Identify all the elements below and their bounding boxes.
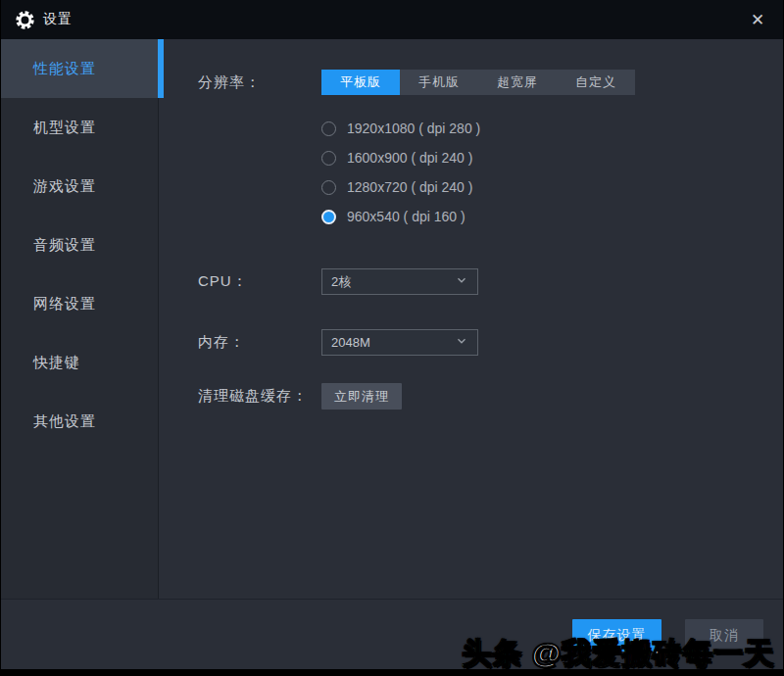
resolution-label: 分辨率： bbox=[198, 70, 261, 95]
sidebar-item-game[interactable]: 游戏设置 bbox=[1, 157, 158, 216]
sidebar-item-label: 网络设置 bbox=[33, 295, 96, 314]
sidebar-item-shortcuts[interactable]: 快捷键 bbox=[1, 333, 158, 392]
close-icon[interactable]: ✕ bbox=[744, 6, 771, 33]
sidebar-item-network[interactable]: 网络设置 bbox=[1, 274, 158, 333]
tab-custom[interactable]: 自定义 bbox=[557, 70, 635, 95]
radio-option-1920x1080[interactable]: 1920x1080 ( dpi 280 ) bbox=[321, 114, 480, 143]
radio-option-1280x720[interactable]: 1280x720 ( dpi 240 ) bbox=[321, 172, 480, 202]
radio-icon bbox=[321, 151, 336, 166]
cpu-label: CPU： bbox=[198, 268, 248, 295]
window-body: 性能设置 机型设置 游戏设置 音频设置 网络设置 快捷键 其他设置 bbox=[1, 39, 783, 599]
tab-tablet[interactable]: 平板版 bbox=[321, 70, 400, 95]
radio-option-label: 960x540 ( dpi 160 ) bbox=[347, 209, 466, 224]
clean-cache-label: 清理磁盘缓存： bbox=[198, 383, 308, 410]
radio-icon bbox=[321, 180, 336, 195]
sidebar-item-performance[interactable]: 性能设置 bbox=[1, 39, 158, 98]
sidebar-item-label: 性能设置 bbox=[33, 60, 96, 78]
chevron-down-icon bbox=[455, 273, 468, 291]
tab-phone[interactable]: 手机版 bbox=[400, 70, 478, 95]
chevron-down-icon bbox=[455, 334, 468, 352]
radio-option-label: 1920x1080 ( dpi 280 ) bbox=[347, 121, 480, 136]
watermark-text: 头条 @我爱搬砖每一天 bbox=[462, 634, 774, 674]
cpu-dropdown-value: 2核 bbox=[331, 273, 351, 291]
radio-option-label: 1280x720 ( dpi 240 ) bbox=[347, 179, 472, 195]
radio-option-1600x900[interactable]: 1600x900 ( dpi 240 ) bbox=[321, 143, 480, 172]
gear-icon bbox=[15, 10, 34, 29]
sidebar-item-label: 机型设置 bbox=[33, 119, 96, 137]
sidebar-item-device-model[interactable]: 机型设置 bbox=[1, 98, 158, 157]
memory-dropdown-value: 2048M bbox=[331, 335, 370, 350]
tab-ultrawide[interactable]: 超宽屏 bbox=[478, 70, 557, 95]
radio-option-label: 1600x900 ( dpi 240 ) bbox=[347, 150, 472, 166]
memory-dropdown[interactable]: 2048M bbox=[321, 329, 478, 356]
sidebar-item-audio[interactable]: 音频设置 bbox=[1, 216, 158, 274]
radio-option-960x540[interactable]: 960x540 ( dpi 160 ) bbox=[321, 202, 480, 231]
radio-icon bbox=[321, 121, 336, 136]
sidebar-item-label: 快捷键 bbox=[33, 354, 80, 372]
sidebar: 性能设置 机型设置 游戏设置 音频设置 网络设置 快捷键 其他设置 bbox=[1, 39, 159, 599]
sidebar-item-label: 其他设置 bbox=[33, 412, 96, 431]
sidebar-item-label: 音频设置 bbox=[33, 236, 96, 255]
resolution-tabs: 平板版 手机版 超宽屏 自定义 bbox=[321, 70, 635, 95]
titlebar: 设置 ✕ bbox=[1, 0, 783, 39]
sidebar-item-other[interactable]: 其他设置 bbox=[1, 392, 158, 451]
sidebar-item-label: 游戏设置 bbox=[33, 177, 96, 196]
active-indicator-bar bbox=[158, 39, 164, 98]
radio-icon-selected bbox=[321, 210, 336, 224]
cpu-dropdown[interactable]: 2核 bbox=[321, 268, 478, 295]
window-title: 设置 bbox=[43, 11, 73, 28]
settings-panel: 分辨率： 平板版 手机版 超宽屏 自定义 1920x1080 ( dpi 280… bbox=[159, 39, 783, 599]
memory-label: 内存： bbox=[198, 329, 245, 356]
clean-now-button[interactable]: 立即清理 bbox=[321, 383, 402, 410]
settings-window: 设置 ✕ 性能设置 机型设置 游戏设置 音频设置 网络设置 快捷键 bbox=[1, 0, 783, 669]
resolution-options: 1920x1080 ( dpi 280 ) 1600x900 ( dpi 240… bbox=[321, 114, 480, 231]
